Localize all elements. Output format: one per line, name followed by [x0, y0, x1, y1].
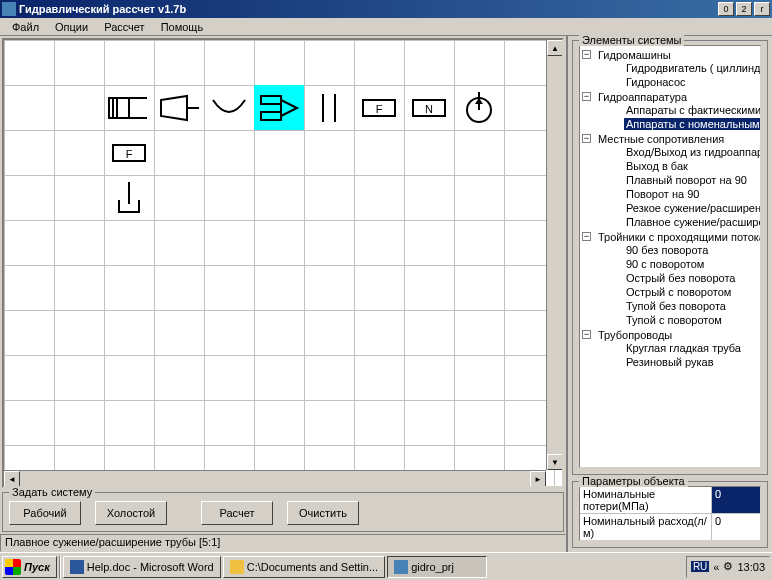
expand-icon[interactable]: −: [582, 134, 591, 143]
windows-logo-icon: [5, 559, 21, 575]
left-pane: F N F ▲ ▼ ◄: [0, 36, 568, 552]
svg-text:N: N: [425, 103, 433, 115]
tray-icon[interactable]: ⚙: [723, 560, 733, 573]
scroll-left-icon[interactable]: ◄: [4, 471, 20, 487]
params-table: Номинальные потери(МПа) 0 Номинальный ра…: [579, 486, 761, 541]
scroll-up-icon[interactable]: ▲: [547, 40, 563, 56]
vertical-scrollbar[interactable]: ▲ ▼: [546, 40, 562, 470]
tree-node[interactable]: Гидроаппаратура: [596, 91, 689, 103]
expand-icon[interactable]: −: [582, 92, 591, 101]
tree-node[interactable]: Круглая гладкая труба: [624, 342, 743, 354]
tree-node[interactable]: Местные сопротивления: [596, 133, 726, 145]
menu-help[interactable]: Помощь: [153, 19, 212, 35]
symbol-hydraulic-motor[interactable]: [104, 85, 154, 130]
params-group: Параметры объекта Номинальные потери(МПа…: [572, 481, 768, 548]
menu-options[interactable]: Опции: [47, 19, 96, 35]
expand-icon[interactable]: −: [582, 232, 591, 241]
tree-node[interactable]: 90 с поворотом: [624, 258, 706, 270]
params-title: Параметры объекта: [579, 475, 688, 487]
work-button[interactable]: Рабочий: [9, 501, 81, 525]
param-value[interactable]: 0: [712, 514, 760, 540]
symbol-nominal-loss-apparatus[interactable]: [254, 85, 304, 130]
tree-node[interactable]: Трубопроводы: [596, 329, 674, 341]
param-row: Номинальный расход(л/м) 0: [580, 514, 760, 540]
tree-node[interactable]: Плавный поворот на 90: [624, 174, 749, 186]
symbol-filter-n[interactable]: N: [404, 85, 454, 130]
calc-button[interactable]: Расчет: [201, 501, 273, 525]
clear-button[interactable]: Очистить: [287, 501, 359, 525]
tray-icon[interactable]: «: [713, 561, 719, 573]
tree-node[interactable]: Острый без поворота: [624, 272, 737, 284]
symbol-circle-arrow[interactable]: [454, 85, 504, 130]
tree-node[interactable]: Резкое сужение/расширение трубы: [624, 202, 761, 214]
expand-icon[interactable]: −: [582, 50, 591, 59]
tree-node[interactable]: Гидромашины: [596, 49, 673, 61]
design-canvas[interactable]: F N F: [4, 40, 562, 486]
tree-node-selected[interactable]: Аппараты с номенальными потерями: [624, 118, 761, 130]
clock[interactable]: 13:03: [737, 561, 765, 573]
taskbar-item-gidro[interactable]: gidro_prj: [387, 556, 487, 578]
statusbar: Плавное сужение/расширение трубы [5:1]: [0, 534, 566, 552]
canvas-container: F N F ▲ ▼ ◄: [2, 38, 564, 488]
param-row: Номинальные потери(МПа) 0: [580, 487, 760, 514]
symbol-filter-f[interactable]: F: [354, 85, 404, 130]
elements-tree[interactable]: −Гидромашины Гидродвигатель ( циллиндр/м…: [579, 45, 761, 468]
tree-node[interactable]: 90 без поворота: [624, 244, 710, 256]
start-button[interactable]: Пуск: [2, 556, 57, 578]
tree-node[interactable]: Выход в бак: [624, 160, 690, 172]
svg-text:F: F: [126, 148, 133, 160]
folder-icon: [230, 560, 244, 574]
taskbar-separator: [59, 556, 61, 578]
titlebar: Гидравлический рассчет v1.7b 0 2 r: [0, 0, 772, 18]
scroll-down-icon[interactable]: ▼: [547, 454, 563, 470]
expand-icon[interactable]: −: [582, 330, 591, 339]
tree-node[interactable]: Тупой с поворотом: [624, 314, 724, 326]
language-indicator[interactable]: RU: [691, 561, 709, 572]
command-group: Задать систему Рабочий Холостой Расчет О…: [2, 492, 564, 532]
symbol-parallel-lines[interactable]: [304, 85, 354, 130]
scroll-right-icon[interactable]: ►: [530, 471, 546, 487]
taskbar-item-word[interactable]: Help.doc - Microsoft Word: [63, 556, 221, 578]
taskbar: Пуск Help.doc - Microsoft Word C:\Docume…: [0, 552, 772, 580]
close-button[interactable]: r: [754, 2, 770, 16]
symbol-valve-arc[interactable]: [204, 85, 254, 130]
param-label: Номинальные потери(МПа): [580, 487, 712, 513]
tree-node[interactable]: Аппараты с фактическими потерями: [624, 104, 761, 116]
param-label: Номинальный расход(л/м): [580, 514, 712, 540]
window-title: Гидравлический рассчет v1.7b: [19, 3, 716, 15]
tree-node[interactable]: Плавное сужение/расширение трубы: [624, 216, 761, 228]
symbol-filter-f-2[interactable]: F: [104, 130, 154, 175]
minimize-button[interactable]: 0: [718, 2, 734, 16]
tree-node[interactable]: Тупой без поворота: [624, 300, 728, 312]
command-group-title: Задать систему: [9, 486, 95, 498]
word-icon: [70, 560, 84, 574]
param-value[interactable]: 0: [712, 487, 760, 513]
maximize-button[interactable]: 2: [736, 2, 752, 16]
symbol-tank-outlet[interactable]: [104, 175, 154, 220]
tree-title: Элементы системы: [579, 34, 684, 46]
tree-node[interactable]: Вход/Выход из гидроаппаратуры: [624, 146, 761, 158]
tree-node[interactable]: Резиновый рукав: [624, 356, 716, 368]
symbol-pump[interactable]: [154, 85, 204, 130]
idle-button[interactable]: Холостой: [95, 501, 167, 525]
tree-node[interactable]: Гидронасос: [624, 76, 688, 88]
system-tray: RU « ⚙ 13:03: [686, 556, 770, 578]
tree-node[interactable]: Поворот на 90: [624, 188, 701, 200]
app-icon: [2, 2, 16, 16]
svg-text:F: F: [376, 103, 383, 115]
menu-file[interactable]: Файл: [4, 19, 47, 35]
menu-calc[interactable]: Рассчет: [96, 19, 153, 35]
horizontal-scrollbar[interactable]: ◄ ►: [4, 470, 546, 486]
taskbar-item-explorer[interactable]: C:\Documents and Settin...: [223, 556, 385, 578]
tree-node[interactable]: Тройники с проходящими потоками: [596, 231, 761, 243]
app-icon: [394, 560, 408, 574]
tree-node[interactable]: Острый с поворотом: [624, 286, 733, 298]
tree-node[interactable]: Гидродвигатель ( циллиндр/мотор ): [624, 62, 761, 74]
right-pane: Элементы системы −Гидромашины Гидродвига…: [568, 36, 772, 552]
